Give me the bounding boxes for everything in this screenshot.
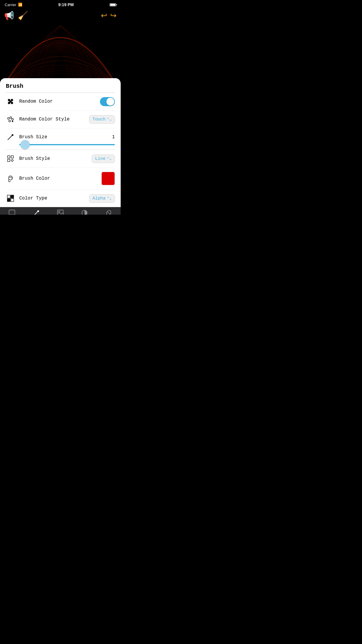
color-type-value: Alpha (92, 196, 106, 201)
random-color-row: Random Color (6, 93, 115, 111)
time-label: 9:19 PM (58, 2, 74, 7)
brush-style-value: Line (95, 156, 106, 161)
brush-style-label: Brush Style (19, 156, 50, 161)
carrier-label: Carrier (5, 3, 16, 7)
svg-point-19 (11, 178, 12, 178)
random-color-style-row: Random Color Style Touch ⌃⌄ (6, 111, 115, 128)
brush-nav-icon (33, 209, 39, 215)
color-type-select[interactable]: Alpha ⌃⌄ (89, 194, 115, 203)
row-left: Color Type (6, 194, 47, 203)
redo-button[interactable]: ↪ (110, 11, 117, 20)
svg-point-33 (106, 210, 112, 215)
random-color-style-select[interactable]: Touch ⌃⌄ (89, 115, 115, 124)
svg-rect-20 (7, 195, 10, 198)
speaker-icon[interactable]: 📢 (4, 11, 14, 20)
brush-color-row: Brush Color (6, 168, 115, 190)
svg-line-28 (34, 212, 38, 215)
svg-rect-30 (57, 210, 63, 215)
brush-color-icon (6, 174, 15, 183)
brush-size-label: Brush Size (19, 134, 47, 140)
svg-rect-21 (11, 195, 14, 198)
nav-eraser[interactable]: Eraser (96, 209, 121, 215)
nav-image[interactable]: Image (48, 209, 73, 215)
svg-line-34 (107, 211, 110, 214)
chevron-icon: ⌃⌄ (107, 156, 112, 161)
bottom-nav: Canvas Brush Image Shadow (0, 207, 121, 215)
svg-rect-13 (11, 156, 13, 158)
svg-point-29 (37, 210, 39, 212)
row-left: Random Color (6, 97, 53, 106)
random-color-icon (6, 97, 15, 106)
eraser-tool-icon[interactable]: 🧹 (18, 11, 28, 20)
svg-point-4 (9, 100, 12, 103)
svg-rect-12 (8, 156, 10, 158)
artwork-svg (5, 23, 116, 78)
brush-style-icon (6, 154, 15, 163)
svg-rect-23 (11, 199, 14, 202)
color-type-icon (6, 194, 15, 203)
svg-line-10 (8, 136, 12, 140)
toolbar-left: 📢 🧹 (4, 11, 28, 20)
status-bar: Carrier 📶 9:19 PM (0, 0, 121, 8)
random-color-style-value: Touch (92, 117, 106, 122)
shadow-nav-icon (81, 209, 88, 215)
random-color-style-label: Random Color Style (19, 117, 70, 122)
chevron-icon: ⌃⌄ (107, 196, 112, 201)
svg-point-18 (10, 177, 11, 178)
svg-point-11 (12, 134, 13, 136)
row-left: Brush Style (6, 154, 50, 163)
random-color-label: Random Color (19, 99, 53, 104)
svg-point-5 (8, 118, 9, 119)
toolbar-right: ↩ ↪ (101, 11, 117, 20)
brush-size-icon (6, 132, 15, 142)
canvas-area[interactable] (0, 23, 121, 78)
svg-point-7 (12, 118, 13, 120)
brush-size-row: Brush Size 1 (6, 128, 115, 150)
canvas-nav-icon (8, 209, 15, 215)
nav-canvas[interactable]: Canvas (0, 209, 24, 215)
chevron-icon: ⌃⌄ (107, 117, 112, 122)
row-left: Random Color Style (6, 115, 70, 124)
top-toolbar: 📢 🧹 ↩ ↪ (0, 8, 121, 23)
nav-brush[interactable]: Brush (24, 209, 48, 215)
brush-style-row: Brush Style Line ⌃⌄ (6, 150, 115, 168)
svg-marker-15 (11, 159, 13, 162)
random-color-toggle[interactable] (100, 97, 115, 106)
brush-size-value: 1 (112, 134, 115, 140)
wifi-icon: 📶 (18, 3, 22, 7)
brush-size-slider-track[interactable] (19, 144, 115, 145)
status-right (110, 3, 116, 6)
svg-point-8 (9, 120, 10, 122)
color-type-label: Color Type (19, 196, 47, 201)
image-nav-icon (57, 209, 64, 215)
battery-icon (110, 3, 116, 6)
brush-color-label: Brush Color (19, 176, 50, 181)
svg-point-17 (9, 177, 10, 178)
panel-title: Brush (6, 83, 115, 90)
eraser-nav-icon (105, 209, 112, 215)
svg-point-6 (10, 117, 12, 118)
undo-button[interactable]: ↩ (101, 11, 107, 20)
svg-rect-24 (9, 210, 15, 215)
nav-shadow[interactable]: Shadow (72, 209, 96, 215)
status-left: Carrier 📶 (5, 3, 22, 7)
bottom-panel: Brush Random Color (0, 78, 121, 207)
random-color-style-icon (6, 115, 15, 124)
brush-size-slider-thumb[interactable] (20, 140, 30, 149)
svg-point-9 (12, 121, 13, 122)
settings-list: Random Color Random Color Style (6, 93, 115, 207)
row-left: Brush Color (6, 174, 50, 183)
svg-rect-14 (8, 159, 10, 162)
color-type-row: Color Type Alpha ⌃⌄ (6, 190, 115, 207)
brush-size-slider-container (6, 144, 115, 150)
brush-style-select[interactable]: Line ⌃⌄ (92, 155, 115, 163)
svg-rect-22 (7, 199, 10, 202)
brush-color-swatch[interactable] (101, 172, 115, 185)
